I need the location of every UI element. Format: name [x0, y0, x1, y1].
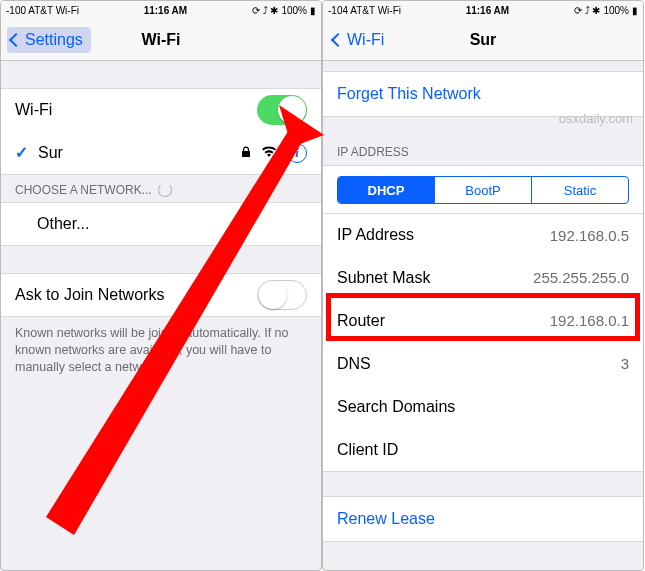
subnet-mask-row[interactable]: Subnet Mask 255.255.255.0: [323, 256, 643, 300]
nav-bar: Wi-Fi Sur: [323, 19, 643, 61]
spinner-icon: [158, 183, 172, 197]
connected-network-row[interactable]: ✓ Sur i: [1, 131, 321, 175]
network-detail-screen: -104 AT&T Wi-Fi 11:16 AM ⟳ ⤴ ✱ 100% ▮ Wi…: [322, 0, 644, 571]
ask-join-toggle[interactable]: [257, 280, 307, 310]
status-time: 11:16 AM: [466, 5, 510, 16]
ask-join-label: Ask to Join Networks: [15, 286, 164, 304]
search-domains-row[interactable]: Search Domains: [323, 385, 643, 429]
router-value: 192.168.0.1: [550, 312, 629, 329]
back-label: Settings: [25, 31, 83, 49]
battery-text: 100%: [603, 5, 629, 16]
wifi-label: Wi-Fi: [15, 101, 52, 119]
footer-help-text: Known networks will be joined automatica…: [1, 317, 321, 384]
ask-to-join-row[interactable]: Ask to Join Networks: [1, 273, 321, 317]
dns-row[interactable]: DNS 3: [323, 342, 643, 386]
wifi-toggle[interactable]: [257, 95, 307, 125]
ip-value: 192.168.0.5: [550, 227, 629, 244]
subnet-label: Subnet Mask: [337, 269, 430, 287]
battery-icon: ▮: [632, 5, 638, 16]
nav-bar: Settings Wi-Fi: [1, 19, 321, 61]
status-bar: -104 AT&T Wi-Fi 11:16 AM ⟳ ⤴ ✱ 100% ▮: [323, 1, 643, 19]
seg-dhcp[interactable]: DHCP: [338, 177, 435, 203]
other-label: Other...: [37, 215, 89, 233]
ip-address-row[interactable]: IP Address 192.168.0.5: [323, 213, 643, 257]
dns-value: 3: [621, 355, 629, 372]
status-time: 11:16 AM: [144, 5, 188, 16]
battery-icon: ▮: [310, 5, 316, 16]
ip-label: IP Address: [337, 226, 414, 244]
status-icons: ⟳ ⤴ ✱: [574, 5, 601, 16]
lock-icon: [241, 144, 251, 162]
search-domains-label: Search Domains: [337, 398, 455, 416]
router-label: Router: [337, 312, 385, 330]
router-row[interactable]: Router 192.168.0.1: [323, 299, 643, 343]
client-id-label: Client ID: [337, 441, 398, 459]
chevron-left-icon: [9, 33, 23, 47]
info-icon[interactable]: i: [287, 143, 307, 163]
watermark-text: osxdaily.com: [559, 111, 633, 126]
back-button-wifi[interactable]: Wi-Fi: [329, 27, 392, 53]
seg-static[interactable]: Static: [532, 177, 628, 203]
status-icons: ⟳ ⤴ ✱: [252, 5, 279, 16]
battery-text: 100%: [281, 5, 307, 16]
client-id-row[interactable]: Client ID: [323, 428, 643, 472]
dns-label: DNS: [337, 355, 371, 373]
seg-bootp[interactable]: BootP: [435, 177, 532, 203]
wifi-toggle-row[interactable]: Wi-Fi: [1, 88, 321, 132]
status-bar: -100 AT&T Wi-Fi 11:16 AM ⟳ ⤴ ✱ 100% ▮: [1, 1, 321, 19]
network-name: Sur: [38, 144, 63, 162]
carrier-text: -100 AT&T Wi-Fi: [6, 5, 79, 16]
ip-address-header: IP ADDRESS: [323, 137, 643, 165]
ip-mode-segmented[interactable]: DHCP BootP Static: [337, 176, 629, 204]
checkmark-icon: ✓: [15, 143, 28, 162]
nav-title: Sur: [470, 31, 497, 49]
choose-network-header: CHOOSE A NETWORK...: [1, 175, 321, 203]
wifi-icon: [261, 144, 277, 162]
settings-wifi-screen: -100 AT&T Wi-Fi 11:16 AM ⟳ ⤴ ✱ 100% ▮ Se…: [0, 0, 322, 571]
back-label: Wi-Fi: [347, 31, 384, 49]
renew-lease-button[interactable]: Renew Lease: [323, 496, 643, 542]
nav-title: Wi-Fi: [142, 31, 181, 49]
carrier-text: -104 AT&T Wi-Fi: [328, 5, 401, 16]
chevron-left-icon: [331, 33, 345, 47]
other-network-row[interactable]: Other...: [1, 202, 321, 246]
subnet-value: 255.255.255.0: [533, 269, 629, 286]
back-button-settings[interactable]: Settings: [7, 27, 91, 53]
